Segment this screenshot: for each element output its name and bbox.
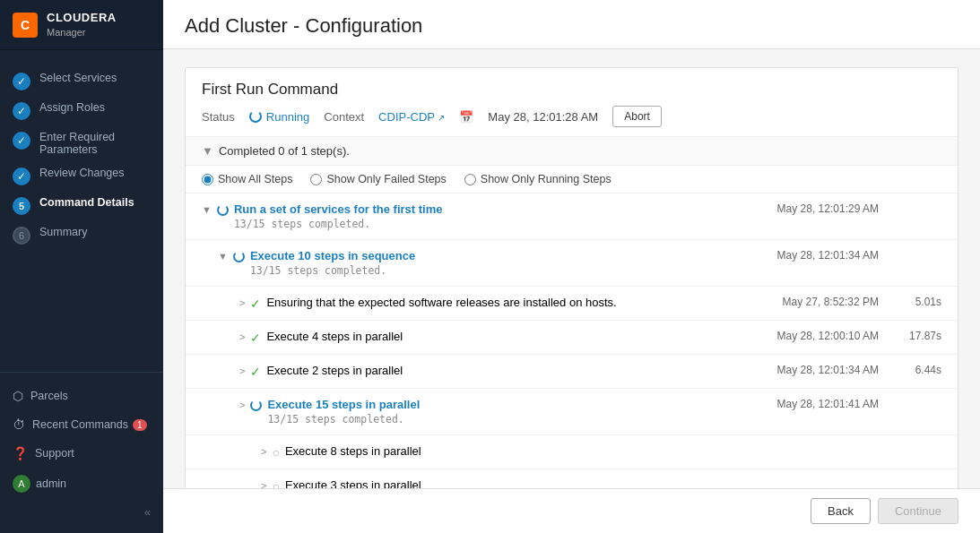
step-ok-icon: ✓ <box>250 296 261 311</box>
main-content: Add Cluster - Configuration First Run Co… <box>163 0 980 533</box>
filter-all-option[interactable]: Show All Steps <box>202 173 292 185</box>
sidebar-bottom: ⬡ Parcels ⏱ Recent Commands 1 ❓ Support … <box>0 372 163 533</box>
step-main-row: > ○ Execute 3 steps in parallel <box>261 475 941 488</box>
step-name-link[interactable]: Execute 15 steps in parallel <box>267 398 420 411</box>
step-time: May 28, 12:00:10 AM <box>777 330 879 342</box>
step-row-2: > ✓ Ensuring that the expected software … <box>186 287 958 321</box>
filter-failed-radio[interactable] <box>310 174 322 185</box>
sidebar-item-support[interactable]: ❓ Support <box>0 439 163 468</box>
completed-toggle-icon[interactable]: ▼ <box>202 144 213 158</box>
step-toggle-icon[interactable]: ▼ <box>218 249 228 262</box>
step-toggle-icon[interactable]: > <box>239 364 245 376</box>
step-main-row: > ✓ Ensuring that the expected software … <box>239 292 941 314</box>
step-main-row: > Execute 15 steps in parallel 13/15 ste… <box>239 394 941 429</box>
calendar-icon: 📅 <box>459 110 473 124</box>
filter-all-radio[interactable] <box>202 174 213 185</box>
sidebar-item-assign-roles[interactable]: ✓ Assign Roles <box>0 96 163 125</box>
step-ok-icon: ✓ <box>250 330 261 345</box>
step-right: May 28, 12:01:34 AM <box>759 249 941 262</box>
parcels-icon: ⬡ <box>13 389 23 403</box>
sidebar-item-command-details[interactable]: 5 Command Details <box>0 191 163 220</box>
step-toggle-icon[interactable]: > <box>239 398 245 410</box>
sidebar-item-enter-params[interactable]: ✓ Enter Required Parameters <box>0 125 163 161</box>
step-pending-icon: ○ <box>272 478 279 488</box>
steps-list: ▼ Run a set of services for the first ti… <box>186 193 958 488</box>
step-right: May 28, 12:01:29 AM <box>759 202 941 215</box>
step-toggle-icon[interactable]: > <box>239 330 245 342</box>
step-subtext: 13/15 steps completed. <box>250 264 415 277</box>
filter-failed-option[interactable]: Show Only Failed Steps <box>310 173 446 185</box>
back-button[interactable]: Back <box>811 498 871 524</box>
running-spinner-icon <box>249 110 262 123</box>
step-subtext: 13/15 steps completed. <box>234 218 443 230</box>
step-spinner-icon <box>233 251 245 262</box>
sidebar-item-recent-commands[interactable]: ⏱ Recent Commands 1 <box>0 410 163 439</box>
step-left: > ✓ Ensuring that the expected software … <box>239 296 765 311</box>
step-name: Execute 4 steps in parallel <box>266 330 403 343</box>
step-name-link[interactable]: Execute 10 steps in sequence <box>250 249 415 262</box>
step-right: May 27, 8:52:32 PM 5.01s <box>765 296 941 308</box>
step-indicator-5: 5 <box>13 197 30 215</box>
status-row: Status Running Context CDIP-CDP ↗ 📅 May … <box>202 106 941 127</box>
step-time: May 27, 8:52:32 PM <box>783 296 879 308</box>
completed-text: Completed 0 of 1 step(s). <box>219 144 350 158</box>
sidebar-item-parcels[interactable]: ⬡ Parcels <box>0 382 163 410</box>
step-name: Execute 8 steps in parallel <box>285 444 421 458</box>
context-link[interactable]: CDIP-CDP ↗ <box>378 110 445 124</box>
step-name-link[interactable]: Run a set of services for the first time <box>234 202 443 216</box>
filter-running-option[interactable]: Show Only Running Steps <box>464 173 611 185</box>
step-duration: 6.44s <box>897 364 941 376</box>
step-left: > ✓ Execute 2 steps in parallel <box>239 364 759 379</box>
abort-button[interactable]: Abort <box>612 106 662 127</box>
step-toggle-icon[interactable]: > <box>261 478 266 488</box>
step-main-row: > ✓ Execute 4 steps in parallel May 28, … <box>239 326 941 348</box>
step-ok-icon: ✓ <box>250 364 261 379</box>
step-row-7: > ○ Execute 3 steps in parallel <box>186 469 958 488</box>
step-content: Execute 3 steps in parallel <box>285 478 421 488</box>
step-row-4: > ✓ Execute 2 steps in parallel May 28, … <box>186 355 958 389</box>
page-header: Add Cluster - Configuration <box>163 0 980 49</box>
filter-row: Show All Steps Show Only Failed Steps Sh… <box>186 166 958 193</box>
step-duration: 5.01s <box>897 296 941 308</box>
step-left: ▼ Execute 10 steps in sequence 13/15 ste… <box>218 249 759 277</box>
sidebar-brand: CLOUDERA Manager <box>47 11 117 39</box>
sidebar-nav: ✓ Select Services ✓ Assign Roles ✓ Enter… <box>0 50 163 372</box>
command-heading: First Run Command <box>202 81 941 99</box>
step-subtext: 13/15 steps completed. <box>267 413 420 426</box>
sidebar-item-admin[interactable]: A admin <box>0 468 163 500</box>
step-indicator-1: ✓ <box>13 73 30 90</box>
cloudera-logo-icon: C <box>13 13 38 38</box>
step-toggle-icon[interactable]: > <box>261 444 266 457</box>
sidebar-item-select-services[interactable]: ✓ Select Services <box>0 66 163 96</box>
step-indicator-4: ✓ <box>13 168 30 185</box>
sidebar-item-review-changes[interactable]: ✓ Review Changes <box>0 161 163 191</box>
filter-running-label: Show Only Running Steps <box>481 173 611 185</box>
step-content: Ensuring that the expected software rele… <box>266 296 616 309</box>
step-indicator-3: ✓ <box>13 132 30 150</box>
filter-running-radio[interactable] <box>464 174 476 185</box>
collapse-sidebar-button[interactable]: « <box>0 500 163 524</box>
step-left: > ○ Execute 8 steps in parallel <box>261 444 861 460</box>
context-label: Context <box>324 110 364 124</box>
continue-button[interactable]: Continue <box>878 498 958 524</box>
step-toggle-icon[interactable]: > <box>239 296 245 308</box>
sidebar-item-summary[interactable]: 6 Summary <box>0 220 163 250</box>
command-panel-header: First Run Command Status Running Context… <box>186 68 958 137</box>
step-content: Execute 2 steps in parallel <box>266 364 403 377</box>
step-right: May 28, 12:01:41 AM <box>759 398 941 410</box>
step-toggle-icon[interactable]: ▼ <box>202 202 212 215</box>
step-right: May 28, 12:01:34 AM 6.44s <box>759 364 941 376</box>
status-label: Status <box>202 110 235 124</box>
recent-commands-badge: 1 <box>133 419 147 431</box>
step-content: Execute 10 steps in sequence 13/15 steps… <box>250 249 415 277</box>
step-left: > ✓ Execute 4 steps in parallel <box>239 330 759 345</box>
step-time: May 28, 12:01:41 AM <box>777 398 879 410</box>
step-name: Execute 3 steps in parallel <box>285 478 421 488</box>
step-time: May 28, 12:01:34 AM <box>777 249 879 262</box>
step-indicator-6: 6 <box>13 227 30 245</box>
step-spinner-icon <box>250 400 262 411</box>
step-indicator-2: ✓ <box>13 102 30 120</box>
step-row-1: ▼ Execute 10 steps in sequence 13/15 ste… <box>186 240 958 287</box>
filter-failed-label: Show Only Failed Steps <box>326 173 446 185</box>
status-running: Running <box>249 110 309 124</box>
